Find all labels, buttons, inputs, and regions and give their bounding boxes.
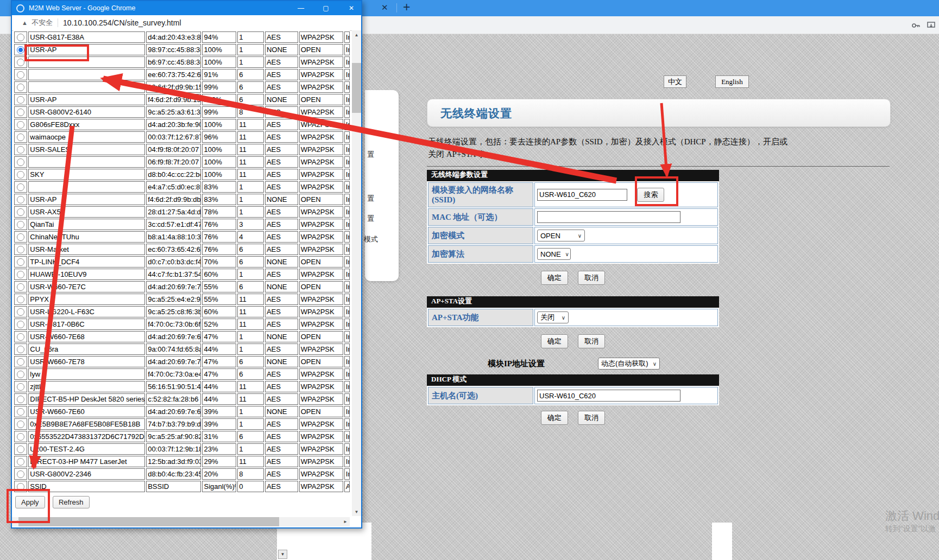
ssid-cell[interactable] — [28, 56, 145, 68]
cancel-button[interactable]: 取消 — [578, 334, 605, 348]
lang-chinese-button[interactable]: 中文 — [664, 75, 686, 88]
install-app-icon[interactable] — [927, 21, 936, 32]
ssid-cell[interactable]: USR-LG220-L-F63C — [28, 306, 145, 317]
radio[interactable] — [17, 358, 24, 366]
ssid-cell[interactable]: USR-AP — [28, 94, 145, 105]
sidebar-item-fragment[interactable]: 置 — [367, 214, 374, 224]
sidebar-item-fragment[interactable]: 置 — [367, 150, 374, 160]
ssid-cell[interactable]: USR-AP — [28, 194, 145, 205]
ssid-cell[interactable]: HUAWEI-10EUV9 — [28, 269, 145, 280]
cancel-button[interactable]: 取消 — [578, 411, 605, 425]
close-button[interactable]: ✕ — [343, 1, 360, 15]
scroll-right-icon[interactable]: ► — [341, 517, 350, 526]
vertical-scrollbar[interactable]: ▲ ▼ — [352, 30, 361, 516]
tab-close-icon[interactable]: ✕ — [381, 3, 388, 12]
radio[interactable] — [17, 308, 24, 316]
password-key-icon[interactable] — [911, 21, 921, 32]
radio[interactable] — [17, 458, 24, 466]
ssid-cell[interactable]: USR-W660-7E60 — [28, 406, 145, 417]
popup-titlebar[interactable]: M2M Web Server - Google Chrome — ▢ ✕ — [12, 1, 361, 15]
ok-button[interactable]: 确定 — [541, 334, 568, 348]
radio[interactable] — [17, 483, 24, 491]
radio[interactable] — [17, 34, 24, 41]
sidebar-item-fragment[interactable]: 模式 — [364, 234, 378, 244]
radio[interactable] — [17, 96, 24, 104]
scroll-up-icon[interactable]: ▲ — [352, 30, 361, 39]
radio[interactable] — [17, 121, 24, 129]
radio[interactable] — [17, 421, 24, 428]
radio[interactable] — [17, 271, 24, 278]
ssid-cell[interactable]: USR-G800V2-6140 — [28, 106, 145, 118]
ssid-cell[interactable]: TP-LINK_DCF4 — [28, 256, 145, 268]
ssid-cell[interactable]: PPYX — [28, 294, 145, 305]
ssid-cell[interactable]: USR-SALES — [28, 144, 145, 155]
ssid-cell[interactable] — [28, 81, 145, 93]
radio[interactable] — [17, 59, 24, 66]
ssid-cell[interactable]: USR-W660-7E68 — [28, 331, 145, 342]
cancel-button[interactable]: 取消 — [578, 271, 605, 285]
new-tab-button[interactable]: + — [403, 0, 410, 15]
radio[interactable] — [17, 433, 24, 441]
vertical-scroll-thumb[interactable] — [352, 63, 361, 113]
mac-input[interactable] — [537, 211, 680, 223]
ssid-cell[interactable]: 0xE5B9B8E7A68FE5B08FE5B18B — [28, 418, 145, 430]
module-ip-select[interactable]: 动态(自动获取)∨ — [598, 358, 660, 370]
encryption-alg-select[interactable]: NONE∨ — [537, 248, 571, 260]
radio[interactable] — [17, 396, 24, 403]
radio[interactable] — [17, 233, 24, 241]
radio[interactable] — [17, 221, 24, 228]
scroll-down-icon[interactable]: ▼ — [352, 507, 361, 516]
ssid-cell[interactable]: USR-G817-E38A — [28, 31, 145, 43]
ssid-cell[interactable]: 0x5553522D473831372D6C71792DE6 — [28, 431, 145, 442]
radio[interactable] — [17, 109, 24, 116]
radio[interactable] — [17, 408, 24, 416]
radio[interactable] — [17, 383, 24, 391]
ssid-cell[interactable]: USR-Market — [28, 244, 145, 255]
radio[interactable] — [17, 171, 24, 179]
ssid-cell[interactable]: waimaocpe — [28, 131, 145, 143]
ssid-cell[interactable]: USR-G817-0B6C — [28, 319, 145, 330]
ok-button[interactable]: 确定 — [541, 271, 568, 285]
radio[interactable] — [17, 146, 24, 154]
ssid-cell[interactable]: USR-G800V2-2346 — [28, 468, 145, 480]
lang-english-button[interactable]: English — [715, 75, 749, 88]
ssid-cell[interactable]: ChinaNet-TUhu — [28, 231, 145, 243]
apply-button[interactable]: Apply — [15, 496, 45, 508]
refresh-button[interactable]: Refresh — [53, 496, 90, 508]
apsta-func-select[interactable]: 关闭∨ — [537, 311, 569, 323]
ssid-cell[interactable]: lyw — [28, 368, 145, 380]
encryption-mode-select[interactable]: OPEN∨ — [537, 230, 585, 241]
ok-button[interactable]: 确定 — [541, 411, 568, 425]
ssid-cell[interactable]: USR-AP — [28, 44, 145, 55]
ssid-cell[interactable]: SKY — [28, 169, 145, 180]
ssid-cell[interactable]: USR-W660-7E78 — [28, 356, 145, 367]
hostname-input[interactable] — [537, 390, 680, 402]
radio[interactable] — [17, 258, 24, 266]
radio[interactable] — [17, 283, 24, 291]
radio[interactable] — [17, 321, 24, 328]
radio[interactable] — [17, 71, 24, 79]
radio[interactable] — [17, 208, 24, 216]
radio[interactable] — [17, 371, 24, 378]
radio[interactable] — [17, 158, 24, 166]
radio[interactable] — [17, 470, 24, 478]
radio[interactable] — [17, 296, 24, 303]
radio[interactable] — [17, 446, 24, 453]
search-button[interactable]: 搜索 — [637, 188, 664, 202]
scroll-down-arrow-icon[interactable]: ▼ — [278, 550, 287, 559]
ssid-cell[interactable]: DIRECT-03-HP M477 LaserJet — [28, 456, 145, 467]
horizontal-scroll-thumb[interactable] — [18, 517, 279, 526]
ssid-cell[interactable]: USR-W660-7E7C — [28, 281, 145, 292]
minimize-button[interactable]: — — [293, 1, 309, 15]
ssid-cell[interactable]: zjttl — [28, 381, 145, 392]
ssid-cell[interactable]: G806sFE8Dxxx — [28, 119, 145, 130]
sidebar-item-fragment[interactable]: 置 — [367, 194, 374, 203]
radio[interactable] — [17, 46, 24, 54]
ssid-cell[interactable]: QianTai — [28, 219, 145, 230]
radio[interactable] — [17, 183, 24, 191]
ssid-cell[interactable] — [28, 156, 145, 168]
radio[interactable] — [17, 196, 24, 203]
radio[interactable] — [17, 346, 24, 353]
radio[interactable] — [17, 84, 24, 91]
ssid-cell[interactable]: DIRECT-B5-HP DeskJet 5820 series 3 — [28, 393, 145, 405]
